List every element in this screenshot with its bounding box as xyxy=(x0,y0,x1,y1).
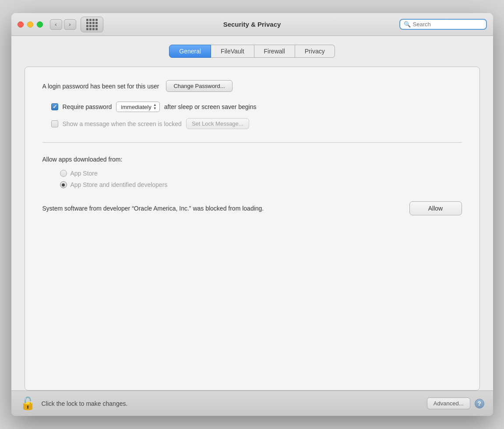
tab-privacy[interactable]: Privacy xyxy=(295,45,335,58)
checkbox-checkmark: ✓ xyxy=(53,104,57,109)
require-password-row: ✓ Require password immediately ▲ ▼ after… xyxy=(51,102,462,112)
radio-group-apps: App Store App Store and identified devel… xyxy=(60,170,462,188)
lock-message-row: Show a message when the screen is locked… xyxy=(51,118,462,129)
footer-lock-text: Click the lock to make changes. xyxy=(42,400,128,407)
radio-app-store-developers-label: App Store and identified developers xyxy=(70,181,168,188)
login-password-label: A login password has been set for this u… xyxy=(42,83,159,90)
content-area: General FileVault Firewall Privacy A log… xyxy=(11,36,493,390)
lock-icon[interactable]: 🔓 xyxy=(20,396,35,411)
immediately-value: immediately xyxy=(121,104,151,110)
main-window: ‹ › Security & Privacy 🔍 General FileVau… xyxy=(11,13,493,416)
tab-bar: General FileVault Firewall Privacy xyxy=(25,45,480,58)
tab-general[interactable]: General xyxy=(169,45,211,58)
maximize-button[interactable] xyxy=(37,21,43,28)
after-sleep-label: after sleep or screen saver begins xyxy=(164,103,257,110)
traffic-lights xyxy=(18,21,43,28)
settings-panel: A login password has been set for this u… xyxy=(25,67,480,390)
back-button[interactable]: ‹ xyxy=(50,19,62,30)
app-grid-button[interactable] xyxy=(81,17,103,32)
lock-message-label: Show a message when the screen is locked xyxy=(63,120,182,127)
radio-app-store[interactable] xyxy=(60,170,67,177)
tab-filevault[interactable]: FileVault xyxy=(211,45,254,58)
lock-message-checkbox[interactable] xyxy=(51,120,58,127)
change-password-button[interactable]: Change Password... xyxy=(166,80,232,92)
grid-icon xyxy=(86,19,98,30)
require-password-label: Require password xyxy=(63,103,112,110)
allow-button[interactable]: Allow xyxy=(409,201,462,215)
dropdown-arrows-icon: ▲ ▼ xyxy=(153,103,157,110)
footer: 🔓 Click the lock to make changes. Advanc… xyxy=(11,390,493,416)
radio-row-app-store: App Store xyxy=(60,170,462,177)
advanced-button[interactable]: Advanced... xyxy=(427,397,470,409)
login-password-row: A login password has been set for this u… xyxy=(42,80,462,92)
search-icon: 🔍 xyxy=(404,21,411,28)
radio-app-store-label: App Store xyxy=(70,170,98,177)
software-blocked-text: System software from developer “Oracle A… xyxy=(42,204,401,213)
footer-right: Advanced... ? xyxy=(427,397,484,409)
search-input[interactable] xyxy=(413,21,483,28)
close-button[interactable] xyxy=(18,21,24,28)
radio-selected-dot xyxy=(62,183,65,186)
window-title: Security & Privacy xyxy=(223,21,281,28)
radio-app-store-developers[interactable] xyxy=(60,181,67,188)
titlebar: ‹ › Security & Privacy 🔍 xyxy=(11,13,493,36)
radio-row-app-store-developers: App Store and identified developers xyxy=(60,181,462,188)
software-blocked-row: System software from developer “Oracle A… xyxy=(42,201,462,215)
immediately-dropdown[interactable]: immediately ▲ ▼ xyxy=(116,102,159,112)
minimize-button[interactable] xyxy=(27,21,33,28)
section-divider xyxy=(42,142,462,143)
nav-buttons: ‹ › xyxy=(50,19,76,30)
forward-button[interactable]: › xyxy=(64,19,76,30)
require-password-checkbox[interactable]: ✓ xyxy=(51,103,58,110)
search-box[interactable]: 🔍 xyxy=(399,19,487,30)
allow-apps-label: Allow apps downloaded from: xyxy=(42,156,462,163)
tab-firewall[interactable]: Firewall xyxy=(254,45,295,58)
help-button[interactable]: ? xyxy=(475,399,484,408)
set-lock-message-button: Set Lock Message... xyxy=(186,118,249,129)
